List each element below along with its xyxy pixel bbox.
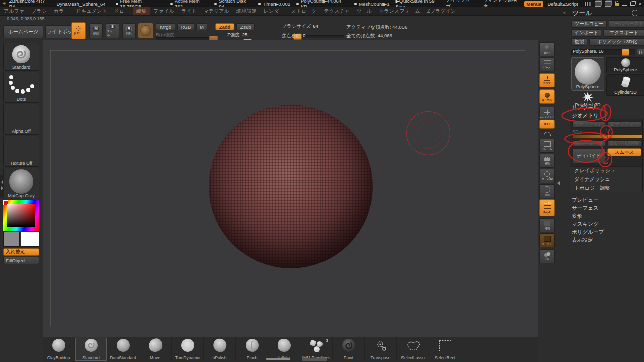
tray-scrollbar-track[interactable]: [302, 358, 327, 361]
frame-button[interactable]: フレーム: [539, 139, 555, 153]
higher-subdiv-button[interactable]: 高サブディビ: [607, 121, 641, 128]
polysphere-tool-thumb[interactable]: PolySphere: [606, 57, 644, 73]
menu-transform[interactable]: トランスフォーム: [375, 7, 424, 15]
scale-mode-button[interactable]: S スケール: [106, 23, 119, 38]
polysphere-mesh[interactable]: [209, 105, 373, 268]
lower-subdiv-button[interactable]: 低サブディビ: [572, 121, 605, 128]
current-texture-button[interactable]: Texture Off: [3, 136, 39, 167]
right-divider-handle[interactable]: [556, 179, 560, 192]
sdiv-slider[interactable]: [572, 134, 642, 139]
zsub-button[interactable]: Zsub: [236, 23, 255, 30]
zscript-button[interactable]: DefaultZScript: [547, 1, 578, 7]
current-material-button[interactable]: MatCap Gray: [3, 168, 39, 199]
rgb-button[interactable]: RGB: [177, 23, 194, 30]
symmetry-button[interactable]: L.シンメトリ: [539, 107, 555, 121]
section-surface[interactable]: サーフェス: [572, 205, 598, 212]
section-polygroups[interactable]: ポリグループ: [572, 229, 604, 236]
floor-button[interactable]: フロア: [539, 73, 555, 87]
polyframe-button[interactable]: Line Fill PolyF: [539, 199, 555, 216]
menu-tool[interactable]: ツール: [353, 7, 375, 15]
section-subtool[interactable]: サブツール: [572, 104, 598, 111]
section-deformation[interactable]: 変形: [572, 213, 582, 220]
panel-collapse-icon[interactable]: ‹: [564, 9, 566, 15]
menu-draw[interactable]: ドロー: [111, 7, 133, 15]
delete-lower-button[interactable]: 低レベル削除: [572, 140, 605, 147]
tray-brush-damstandard[interactable]: DamStandard: [107, 337, 139, 361]
section-masking[interactable]: マスキング: [572, 221, 599, 228]
tray-brush-claybuildup[interactable]: ClayBuildup: [43, 337, 75, 361]
local-button[interactable]: ローカル: [539, 89, 555, 104]
menu-material[interactable]: マテリアル: [200, 7, 233, 15]
move-mode-button[interactable]: M 移動: [89, 23, 103, 38]
import-button[interactable]: インポート: [571, 29, 601, 37]
left-divider-handle[interactable]: [0, 175, 4, 197]
switch-color-button[interactable]: 入れ替え: [3, 248, 39, 256]
menu-brush[interactable]: ブラシ: [28, 7, 50, 15]
duplicate-button[interactable]: 複製: [571, 38, 587, 46]
tray-brush-paint[interactable]: Paint: [333, 337, 365, 361]
dynamesh-header[interactable]: ダイナメッシュ: [570, 175, 642, 184]
divider-bars-icon[interactable]: [585, 2, 591, 6]
menus-button[interactable]: Menus: [524, 1, 543, 7]
restore-icon[interactable]: [630, 2, 635, 6]
zoom3d-button[interactable]: ズーム3D: [539, 169, 555, 183]
menu-document[interactable]: ドキュメント: [72, 7, 110, 15]
delete-higher-button[interactable]: 高レベル削除: [607, 140, 641, 147]
arc-toggle-button[interactable]: [539, 130, 555, 138]
tray-brush-standard[interactable]: Standard: [75, 337, 107, 361]
menu-edit[interactable]: 編集: [133, 7, 150, 15]
solo-button[interactable]: ソロ: [539, 249, 555, 263]
menu-light[interactable]: ライト: [178, 7, 200, 15]
menu-stroke[interactable]: ストローク: [288, 7, 320, 15]
sculpt-canvas[interactable]: [43, 40, 538, 337]
r-restore-button[interactable]: R: [637, 49, 644, 55]
close-icon[interactable]: ×: [639, 1, 642, 7]
claypolish-header[interactable]: クレイポリッシュ: [570, 166, 642, 175]
palette-reset-icon[interactable]: [632, 10, 638, 16]
selected-tool-thumb[interactable]: PolySphere: [571, 57, 604, 90]
m-button[interactable]: M: [196, 23, 207, 30]
fill-object-button[interactable]: FillObject: [3, 257, 39, 264]
smooth-button[interactable]: スムース: [607, 148, 641, 156]
mrgb-button[interactable]: Mrgb: [156, 23, 175, 30]
transparent-button[interactable]: 透明: [539, 218, 555, 232]
tray-selectlasso[interactable]: SelectLasso: [397, 337, 429, 361]
move-canvas-button[interactable]: 移動: [539, 154, 555, 168]
secondary-color-swatch[interactable]: [3, 232, 20, 247]
picker-sv-square[interactable]: [7, 204, 35, 227]
section-preview[interactable]: プレビュー: [572, 197, 598, 204]
tool-item-slider[interactable]: PolySphere. 16: [571, 49, 635, 55]
menu-alpha[interactable]: アルファ: [0, 7, 28, 15]
menu-preferences[interactable]: 環境設定: [233, 7, 260, 15]
minimize-icon[interactable]: [622, 5, 627, 6]
current-brush-button[interactable]: Standard: [3, 43, 39, 71]
panel-stack-right-icon[interactable]: [605, 1, 611, 7]
tray-brush-pinch[interactable]: Pinch: [236, 337, 268, 361]
bpr-button[interactable]: BPR: [539, 42, 555, 56]
tray-scrollbar[interactable]: [266, 358, 290, 360]
tool-copy-button[interactable]: ツールコピー: [571, 20, 607, 28]
current-material-orb[interactable]: [138, 23, 154, 39]
panel-stack-left-icon[interactable]: [595, 1, 601, 7]
make-polymesh3d-button[interactable]: ポリメッシュ3D化: [589, 38, 644, 46]
menu-render[interactable]: レンダー: [260, 7, 288, 15]
tray-brush-trimdynamic[interactable]: TrimDynamic: [172, 337, 204, 361]
menu-file[interactable]: ファイル: [150, 7, 178, 15]
ghost-button[interactable]: ゴースト: [539, 233, 555, 247]
section-geometry[interactable]: ジオメトリ: [572, 112, 599, 119]
lock-icon[interactable]: [615, 3, 619, 6]
divide-button[interactable]: ディバイド: [572, 148, 605, 163]
tray-brush-move[interactable]: Move: [139, 337, 172, 361]
main-color-swatch[interactable]: [21, 232, 39, 247]
menu-color[interactable]: カラー: [50, 7, 72, 15]
tool-item-slider-handle[interactable]: [622, 49, 629, 56]
xyz-button[interactable]: XYZ: [539, 120, 555, 129]
cylinder3d-tool-thumb[interactable]: Cylinder3D: [606, 74, 644, 96]
tray-brush-hpolish[interactable]: hPolish: [204, 337, 236, 361]
perspective-button[interactable]: パース: [539, 57, 555, 71]
topology-adjust-header[interactable]: トポロジー調整: [570, 184, 642, 192]
homepage-button[interactable]: ホームページ: [3, 25, 43, 38]
draw-mode-button[interactable]: ⁘ ドロー: [71, 22, 86, 39]
current-alpha-button[interactable]: Alpha Off: [3, 104, 39, 135]
rotate-canvas-button[interactable]: 回転: [539, 184, 555, 198]
